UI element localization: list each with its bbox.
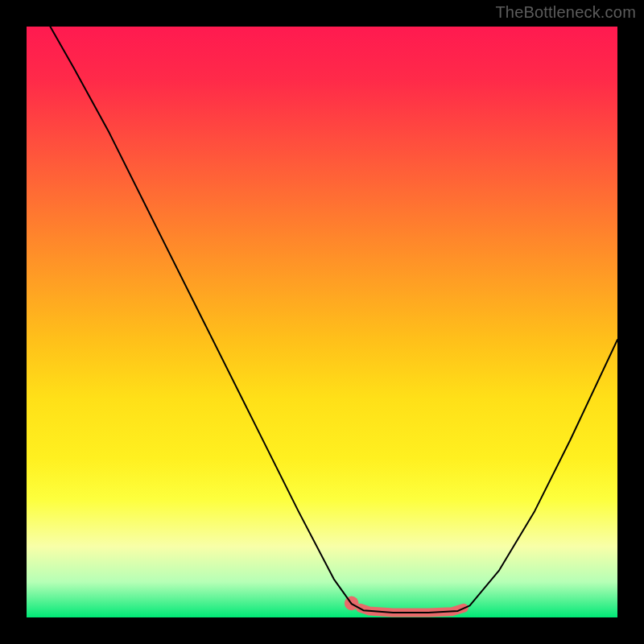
chart-svg [27,27,617,617]
chart-plot-area [27,27,617,617]
watermark-label: TheBottleneck.com [495,3,636,22]
chart-frame: TheBottleneck.com [0,0,644,644]
bottleneck-curve [50,27,617,613]
